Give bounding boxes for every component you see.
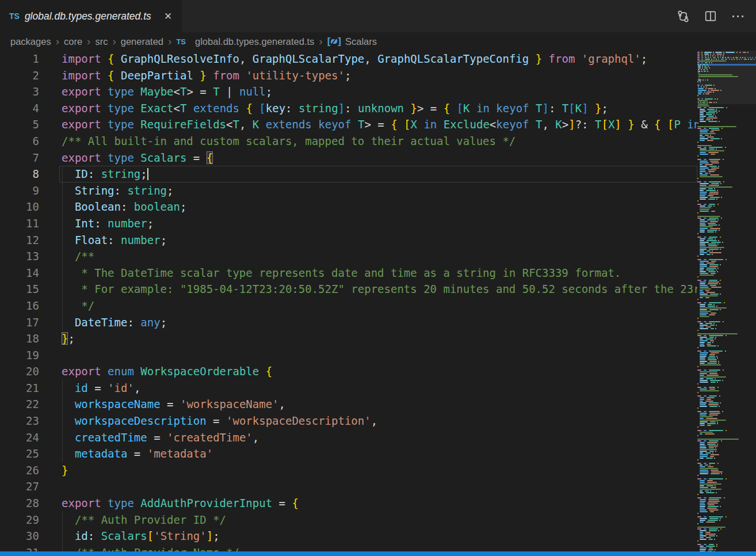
code-line[interactable]: 17 DateTime: any; [0, 314, 697, 331]
indent-guide [62, 380, 63, 397]
code-text: export enum WorkspaceOrderable { [62, 363, 272, 380]
indent-guide [62, 314, 63, 331]
line-number[interactable]: 17 [0, 314, 39, 331]
code-line[interactable]: 31 /** Auth Provider Name */ [0, 544, 697, 551]
code-line[interactable]: 15 * For example: "1985-04-12T23:20:50.5… [0, 281, 697, 298]
breadcrumb-item-core[interactable]: core [64, 36, 82, 47]
line-number[interactable]: 14 [0, 265, 39, 281]
indent-guide [62, 281, 63, 298]
line-number[interactable]: 7 [0, 150, 39, 166]
line-number[interactable]: 1 [0, 51, 39, 67]
line-number[interactable]: 4 [0, 100, 39, 117]
typescript-file-icon: TS [9, 12, 20, 21]
code-text: /** [62, 248, 94, 265]
code-line[interactable]: 28export type AddAuthProviderInput = { [0, 495, 697, 512]
minimap[interactable] [697, 51, 756, 551]
line-number[interactable]: 11 [0, 215, 39, 232]
code-line[interactable]: 4export type Exact<T extends { [key: str… [0, 100, 697, 117]
line-number[interactable]: 13 [0, 248, 39, 265]
line-number[interactable]: 6 [0, 133, 39, 150]
code-text: export type Exact<T extends { [key: stri… [62, 100, 608, 117]
line-number[interactable]: 12 [0, 232, 39, 249]
code-line[interactable]: 20export enum WorkspaceOrderable { [0, 363, 697, 380]
open-changes-button[interactable] [673, 6, 693, 26]
line-number[interactable]: 21 [0, 380, 39, 397]
code-line[interactable]: 30 id: Scalars['String']; [0, 528, 697, 544]
line-number[interactable]: 24 [0, 429, 39, 446]
code-line[interactable]: 26} [0, 462, 697, 479]
code-line[interactable]: 3export type Maybe<T> = T | null; [0, 83, 697, 100]
breadcrumb-item-generated[interactable]: generated [121, 36, 163, 47]
chevron-right-icon: › [112, 37, 116, 46]
line-number[interactable]: 5 [0, 116, 39, 133]
line-number[interactable]: 9 [0, 182, 39, 199]
line-number[interactable]: 15 [0, 281, 39, 298]
code-text: Int: number; [62, 215, 154, 232]
line-number[interactable]: 25 [0, 445, 39, 462]
code-line[interactable]: 25 metadata = 'metadata' [0, 445, 697, 462]
code-line[interactable]: 24 createdTime = 'createdTime', [0, 429, 697, 446]
code-line[interactable]: 22 workspaceName = 'workspaceName', [0, 396, 697, 413]
code-line[interactable]: 5export type RequireFields<T, K extends … [0, 116, 697, 133]
line-number[interactable]: 27 [0, 478, 39, 495]
line-number[interactable]: 31 [0, 544, 39, 551]
indent-guide [62, 248, 63, 265]
text-cursor [147, 168, 148, 180]
line-number[interactable]: 23 [0, 413, 39, 429]
line-number[interactable]: 3 [0, 83, 39, 100]
line-number[interactable]: 29 [0, 512, 39, 528]
editor-actions: ⋯ [673, 0, 756, 32]
tab-bar: TS global.db.types.generated.ts ✕ [0, 0, 756, 32]
code-line[interactable]: 11 Int: number; [0, 215, 697, 232]
code-line[interactable]: 16 */ [0, 298, 697, 314]
line-number[interactable]: 16 [0, 298, 39, 314]
line-number[interactable]: 2 [0, 67, 39, 84]
breadcrumb-symbol[interactable]: Scalars [345, 36, 377, 47]
split-editor-button[interactable] [701, 6, 720, 26]
chevron-right-icon: › [86, 37, 91, 46]
vscode-window: TS global.db.types.generated.ts ✕ [0, 0, 756, 556]
code-line[interactable]: 29 /** Auth Provider ID */ [0, 512, 697, 528]
line-number[interactable]: 30 [0, 528, 39, 544]
code-text: * The DateTime scalar type represents da… [62, 265, 621, 281]
code-line[interactable]: 18}; [0, 330, 697, 347]
code-line[interactable]: 27 [0, 478, 697, 495]
line-number[interactable]: 22 [0, 396, 39, 413]
line-number[interactable]: 20 [0, 363, 39, 380]
line-number[interactable]: 19 [0, 347, 39, 364]
code-line[interactable]: 8 ID: string; [0, 166, 697, 182]
indent-guide [62, 199, 63, 215]
code-line[interactable]: 6/** All built-in and custom scalars, ma… [0, 133, 697, 150]
code-line[interactable]: 9 String: string; [0, 182, 697, 199]
code-text: Boolean: boolean; [62, 199, 186, 215]
tab-global-db-types[interactable]: TS global.db.types.generated.ts ✕ [0, 0, 182, 32]
code-line[interactable]: 10 Boolean: boolean; [0, 199, 697, 215]
code-line[interactable]: 19 [0, 347, 697, 364]
chevron-right-icon: › [167, 37, 172, 46]
indent-guide [62, 445, 63, 462]
code-line[interactable]: 12 Float: number; [0, 232, 697, 249]
breadcrumb-item-packages[interactable]: packages [10, 36, 51, 47]
line-number[interactable]: 26 [0, 462, 39, 479]
breadcrumb-file[interactable]: global.db.types.generated.ts [195, 36, 314, 47]
tab-close-icon[interactable]: ✕ [161, 9, 175, 23]
code-area[interactable]: 1import { GraphQLResolveInfo, GraphQLSca… [0, 51, 697, 551]
indent-guide [62, 265, 63, 281]
more-actions-button[interactable]: ⋯ [728, 6, 748, 26]
line-number[interactable]: 8 [0, 166, 39, 182]
line-number[interactable]: 28 [0, 495, 39, 512]
line-number[interactable]: 18 [0, 330, 39, 347]
indent-guide [62, 215, 63, 232]
line-number[interactable]: 10 [0, 199, 39, 215]
code-line[interactable]: 21 id = 'id', [0, 380, 697, 397]
code-text: createdTime = 'createdTime', [62, 429, 259, 446]
code-line[interactable]: 1import { GraphQLResolveInfo, GraphQLSca… [0, 51, 697, 67]
code-line[interactable]: 14 * The DateTime scalar type represents… [0, 265, 697, 281]
code-line[interactable]: 23 workspaceDescription = 'workspaceDesc… [0, 413, 697, 429]
code-line[interactable]: 13 /** [0, 248, 697, 265]
code-line[interactable]: 2import { DeepPartial } from 'utility-ty… [0, 67, 697, 84]
code-text: } [62, 462, 68, 479]
typescript-file-icon: TS [176, 37, 186, 46]
breadcrumb-item-src[interactable]: src [95, 36, 108, 47]
code-line[interactable]: 7export type Scalars = { [0, 150, 697, 166]
